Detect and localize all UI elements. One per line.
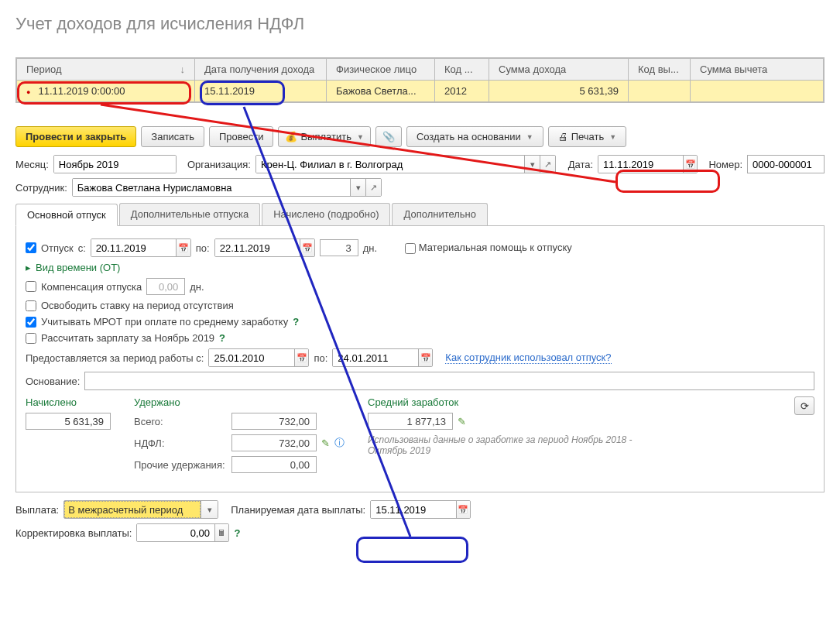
print-button[interactable]: 🖨Печать▼ [548,126,627,147]
col-deduct-code[interactable]: Код вы... [629,59,691,81]
ndfl-value: 732,00 [231,434,317,451]
tab-additional-vacation[interactable]: Дополнительные отпуска [119,203,261,225]
calendar-icon[interactable]: 📅 [300,239,314,256]
other-withheld-value: 0,00 [231,456,317,473]
compensation-suffix: дн. [190,281,204,293]
refresh-button[interactable]: ⟳ [794,396,814,415]
employee-input[interactable] [73,179,350,196]
pay-split-button[interactable]: 💰Выплатить▼ [278,126,370,147]
org-input[interactable] [256,156,524,173]
mat-help-label: Материальная помощь к отпуску [419,242,572,253]
vacation-checkbox[interactable] [26,242,36,253]
avg-earn-label: Средний заработок [368,396,670,408]
col-code[interactable]: Код ... [435,59,489,81]
tab-content-main: Отпуск с: 📅 по: 📅 3 дн. Материальная пом… [15,226,825,492]
withheld-label: Удержано [134,396,345,408]
date-input[interactable] [598,156,683,173]
tab-additional[interactable]: Дополнительно [392,203,488,225]
org-label: Организация: [187,159,251,170]
other-withheld-label: Прочие удержания: [134,459,227,471]
how-used-link[interactable]: Как сотрудник использовал отпуск? [445,352,611,364]
period-work-label: Предоставляется за период работы с: [26,352,204,364]
help-icon[interactable]: ? [219,332,225,344]
planned-date-label: Планируемая дата выплаты: [231,504,365,516]
avg-earn-value: 1 877,13 [368,413,453,430]
mrot-label: Учитывать МРОТ при оплате по среднему за… [41,316,288,328]
days-value[interactable]: 3 [320,239,358,256]
open-icon[interactable]: ↗ [540,156,555,173]
from-label: с: [78,242,86,254]
calc-salary-checkbox[interactable] [26,333,36,344]
help-icon[interactable]: ? [293,316,299,328]
calc-icon[interactable]: 🖩 [214,524,228,541]
income-grid[interactable]: Период↓ Дата получения дохода Физическое… [15,57,825,103]
compensation-label: Компенсация отпуска [41,281,142,293]
tab-main-vacation[interactable]: Основной отпуск [15,204,118,226]
pay-mode-input[interactable]: В межрасчетный период [64,501,201,518]
post-button[interactable]: Провести [209,126,274,147]
page-title: Учет доходов для исчисления НДФЛ [0,0,840,42]
expand-time-type-icon[interactable]: ▸ [26,262,31,273]
mat-help-checkbox[interactable] [405,243,416,254]
release-rate-label: Освободить ставку на период отсутствия [41,300,234,311]
mrot-checkbox[interactable] [26,317,36,328]
basis-input[interactable] [84,372,814,390]
calendar-icon[interactable]: 📅 [294,349,309,366]
info-icon[interactable]: ⓘ [334,436,345,450]
compensation-checkbox[interactable] [26,281,36,292]
attach-button[interactable]: 📎 [375,126,402,147]
tabs: Основной отпуск Дополнительные отпуска Н… [15,203,825,226]
pencil-icon[interactable]: ✎ [321,437,330,449]
month-input[interactable] [54,156,177,173]
planned-date-input[interactable] [371,501,455,518]
sort-arrow-icon: ↓ [180,63,186,75]
accrued-label: Начислено [26,396,111,408]
col-amount[interactable]: Сумма дохода [489,59,629,81]
col-period[interactable]: Период↓ [17,59,195,81]
period-from-input[interactable] [209,349,293,366]
chevron-down-icon[interactable]: ▾ [201,501,218,518]
col-person[interactable]: Физическое лицо [327,59,435,81]
vacation-to-input[interactable] [215,239,300,256]
calendar-icon[interactable]: 📅 [683,156,698,173]
help-icon[interactable]: ? [234,527,240,539]
clip-icon: 📎 [382,131,395,142]
create-basis-button[interactable]: Создать на основании▼ [406,126,543,147]
number-input[interactable] [747,155,825,173]
calendar-icon[interactable]: 📅 [418,349,433,366]
col-income-date[interactable]: Дата получения дохода [195,59,327,81]
ndfl-label: НДФЛ: [134,437,227,449]
to-label: по: [196,242,210,254]
period-to-input[interactable] [333,349,417,366]
post-close-button[interactable]: Провести и закрыть [15,126,136,147]
save-button[interactable]: Записать [141,126,204,147]
table-row[interactable]: ●11.11.2019 0:00:00 15.11.2019 Бажова Св… [17,81,824,102]
vsego-value: 732,00 [231,413,317,430]
number-label: Номер: [708,159,742,170]
vsego-label: Всего: [134,416,227,427]
avg-earn-info: Использованы данные о заработке за перио… [368,434,670,456]
tab-accrued-detail[interactable]: Начислено (подробно) [262,203,390,225]
col-deduct-amount[interactable]: Сумма вычета [691,59,824,81]
month-label: Месяц: [15,159,49,170]
employee-label: Сотрудник: [15,182,67,194]
refresh-icon: ⟳ [801,400,809,412]
pay-label: Выплата: [15,504,59,516]
money-icon: 💰 [285,131,297,142]
open-icon[interactable]: ↗ [365,179,381,196]
date-label: Дата: [568,159,593,170]
release-rate-checkbox[interactable] [26,300,36,311]
accrued-value[interactable]: 5 631,39 [26,413,111,430]
chevron-down-icon: ▼ [609,133,616,141]
correction-input[interactable] [137,524,214,541]
compensation-value[interactable]: 0,00 [146,278,185,295]
vacation-from-input[interactable] [91,239,176,256]
chevron-down-icon[interactable]: ▾ [524,156,540,173]
calendar-icon[interactable]: 📅 [456,501,471,518]
printer-icon: 🖨 [558,131,568,142]
chevron-down-icon[interactable]: ▾ [350,179,365,196]
calendar-icon[interactable]: 📅 [176,239,190,256]
time-type-link[interactable]: Вид времени (ОТ) [36,262,120,273]
dot-icon: ● [26,88,30,96]
pencil-icon[interactable]: ✎ [458,416,466,427]
